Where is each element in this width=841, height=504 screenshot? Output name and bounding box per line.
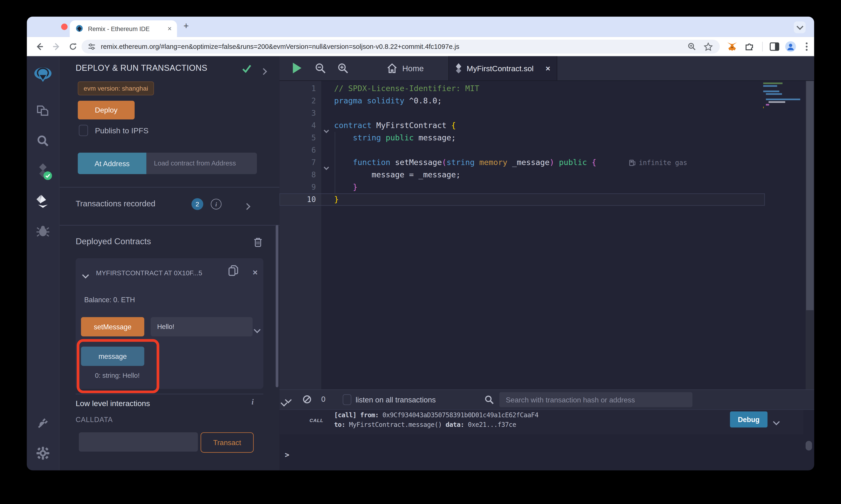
tab-search-chevron-icon[interactable] [794, 21, 806, 33]
browser-toolbar: remix.ethereum.org/#lang=en&optimize=fal… [27, 37, 814, 56]
new-tab-button[interactable]: + [184, 21, 189, 32]
transactions-expand-chevron-icon[interactable] [244, 201, 249, 211]
bookmark-star-icon[interactable] [703, 41, 713, 52]
active-file-tab[interactable]: MyFirstContract.sol × [448, 56, 557, 80]
zoom-out-icon[interactable] [315, 63, 326, 74]
extensions-puzzle-icon[interactable] [744, 41, 755, 52]
debugger-bug-icon[interactable] [36, 225, 50, 238]
code-line[interactable]: 4contract MyFirstContract { [279, 120, 814, 132]
tab-close-icon[interactable]: × [168, 25, 172, 33]
evm-version-badge: evm version: shanghai [78, 82, 154, 95]
plugin-manager-icon[interactable] [36, 416, 50, 430]
compile-success-badge [44, 172, 52, 180]
code-line[interactable]: 3 [279, 107, 814, 120]
panel-divider-3 [76, 394, 263, 394]
terminal-search-icon [484, 395, 494, 404]
profile-avatar[interactable] [785, 41, 796, 52]
search-icon[interactable] [37, 134, 49, 147]
low-level-title: Low level interactions [76, 399, 150, 408]
tab-close-icon[interactable]: × [546, 64, 550, 73]
terminal-search-input[interactable]: Search with transaction hash or address [499, 392, 692, 407]
run-script-play-icon[interactable] [293, 63, 302, 73]
panel-check-icon [242, 65, 252, 73]
traffic-close-button[interactable] [61, 23, 68, 30]
url-text: remix.ethereum.org/#lang=en&optimize=fal… [101, 43, 459, 51]
home-icon [387, 63, 397, 73]
setmessage-input[interactable]: Hello! [151, 317, 253, 336]
icon-rail [27, 56, 59, 470]
trash-icon[interactable] [254, 237, 262, 248]
at-address-button[interactable]: At Address [78, 153, 146, 174]
log-line-2: to: MyFirstContract.message() data: 0xe2… [334, 421, 516, 429]
log-line-1: [call] from: 0x9Cf934043aD350758391b0D01… [334, 411, 538, 419]
code-line[interactable]: 8 message = _message; [279, 169, 814, 181]
browser-menu-dots-icon[interactable] [801, 41, 812, 52]
tab-title: Remix - Ethereum IDE [88, 25, 168, 32]
terminal-scroll-thumb[interactable] [806, 441, 812, 450]
zoom-icon[interactable] [687, 41, 697, 52]
panel-scrollbar[interactable] [276, 225, 278, 388]
editor-minimap[interactable] [762, 83, 804, 147]
code-line[interactable]: 1// SPDX-License-Identifier: MIT [279, 83, 814, 95]
transact-button[interactable]: Transact [201, 432, 254, 453]
setmessage-button[interactable]: setMessage [81, 317, 144, 336]
url-bar[interactable]: remix.ethereum.org/#lang=en&optimize=fal… [82, 40, 720, 54]
code-line[interactable]: 9 } [279, 181, 814, 193]
contract-collapse-chevron-icon[interactable] [83, 270, 88, 280]
deploy-run-icon[interactable] [35, 195, 51, 209]
copy-address-icon[interactable] [228, 265, 238, 276]
publish-ipfs-checkbox[interactable] [79, 125, 88, 136]
side-panel-icon[interactable] [769, 41, 780, 52]
panel-collapse-chevron-icon[interactable] [261, 67, 266, 76]
calldata-input[interactable] [79, 432, 198, 451]
contract-close-icon[interactable]: × [253, 268, 258, 277]
setmessage-expand-chevron-icon[interactable] [255, 325, 260, 334]
editor-scroll-thumb[interactable] [806, 81, 813, 310]
back-icon[interactable] [34, 41, 45, 52]
solidity-compiler-icon[interactable] [36, 163, 50, 179]
forward-icon[interactable] [51, 41, 62, 52]
terminal-prompt[interactable]: > [285, 451, 289, 459]
file-explorer-icon[interactable] [36, 105, 50, 117]
code-line[interactable]: 10} [279, 193, 814, 206]
code-line[interactable]: 2pragma solidity ^0.8.0; [279, 95, 814, 107]
ide-content: DEPLOY & RUN TRANSACTIONS evm version: s… [27, 56, 814, 470]
code-line[interactable]: 6 [279, 144, 814, 156]
gas-icon [629, 159, 636, 166]
contract-balance: Balance: 0. ETH [84, 295, 135, 304]
listen-transactions-label: listen on all transactions [356, 395, 436, 404]
panel-title: DEPLOY & RUN TRANSACTIONS [76, 63, 207, 73]
browser-tabstrip: Remix - Ethereum IDE × + [27, 17, 814, 37]
at-address-input[interactable]: Load contract from Address [147, 153, 257, 174]
settings-gear-icon[interactable] [36, 446, 50, 460]
browser-tab[interactable]: Remix - Ethereum IDE × [70, 20, 177, 37]
screenshot-stage: Remix - Ethereum IDE × + remix.ethereum.… [0, 0, 841, 504]
terminal-collapse-icon[interactable] [286, 395, 291, 404]
site-settings-icon[interactable] [88, 43, 96, 51]
active-tab-label: MyFirstContract.sol [467, 64, 546, 73]
zoom-in-icon[interactable] [337, 63, 348, 74]
solidity-file-icon [456, 63, 462, 73]
terminal-count: 0 [321, 395, 325, 403]
low-level-info-icon[interactable]: i [252, 398, 254, 407]
editor-tabbar: Home MyFirstContract.sol × [279, 56, 814, 81]
home-tab[interactable]: Home [387, 56, 424, 80]
reload-icon[interactable] [68, 41, 79, 52]
code-line[interactable]: 7 function setMessage(string memory _mes… [279, 156, 814, 169]
call-badge: CALL [309, 418, 323, 423]
clear-console-icon[interactable] [303, 395, 311, 403]
calldata-label: CALLDATA [76, 416, 113, 424]
terminal: 0 listen on all transactions Search with… [279, 390, 814, 470]
editor-scroll-track[interactable] [806, 81, 814, 390]
code-line[interactable]: 5 string public message; [279, 132, 814, 144]
listen-transactions-checkbox[interactable] [343, 394, 351, 405]
transactions-recorded-label: Transactions recorded [76, 199, 155, 208]
deployed-contracts-title: Deployed Contracts [76, 237, 151, 246]
terminal-header: 0 listen on all transactions Search with… [279, 390, 814, 410]
metamask-icon[interactable] [727, 41, 737, 52]
code-editor[interactable]: 1// SPDX-License-Identifier: MIT2pragma … [279, 81, 814, 390]
terminal-log-row[interactable]: CALL [call] from: 0x9Cf934043aD350758391… [279, 410, 804, 434]
deploy-button[interactable]: Deploy [78, 101, 135, 120]
transactions-info-icon[interactable]: i [211, 199, 221, 210]
contract-title[interactable]: MYFIRSTCONTRACT AT 0X10F...5 [96, 269, 220, 277]
